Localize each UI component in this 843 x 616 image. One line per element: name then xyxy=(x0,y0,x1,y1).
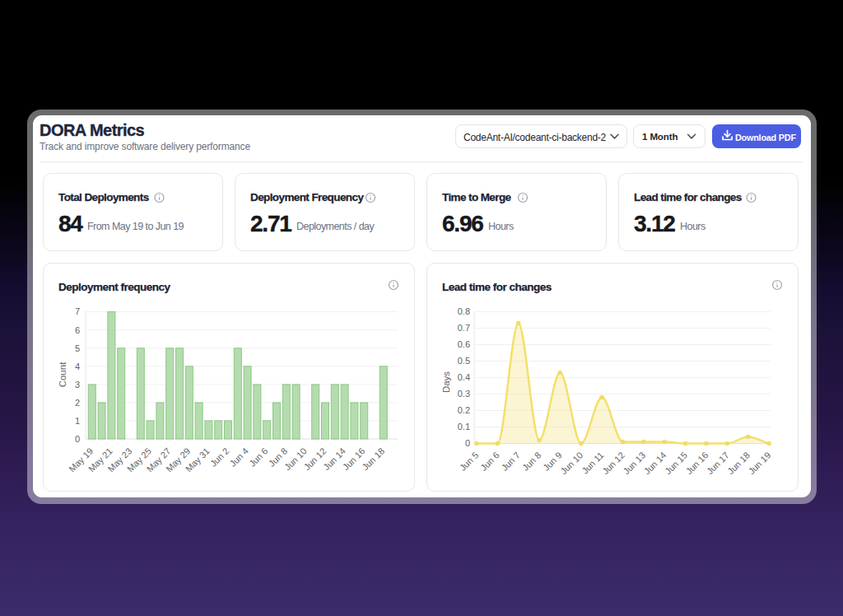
svg-text:2: 2 xyxy=(75,398,80,408)
svg-text:Jun 15: Jun 15 xyxy=(663,450,689,476)
svg-text:0.1: 0.1 xyxy=(458,422,470,432)
svg-text:Jun 14: Jun 14 xyxy=(642,450,668,476)
svg-text:Jun 18: Jun 18 xyxy=(725,450,752,476)
svg-text:4: 4 xyxy=(75,362,80,371)
svg-text:1: 1 xyxy=(75,416,80,426)
svg-text:0: 0 xyxy=(465,438,470,448)
svg-text:Jun 16: Jun 16 xyxy=(684,450,710,476)
svg-text:3: 3 xyxy=(75,380,80,390)
svg-text:Jun 6: Jun 6 xyxy=(247,446,270,469)
svg-text:Jun 6: Jun 6 xyxy=(478,450,501,473)
svg-text:Jun 19: Jun 19 xyxy=(747,450,773,476)
svg-text:Count: Count xyxy=(58,362,68,387)
svg-text:Jun 13: Jun 13 xyxy=(621,450,647,476)
svg-text:5: 5 xyxy=(75,343,80,353)
svg-text:Jun 2: Jun 2 xyxy=(208,446,231,469)
svg-text:0.7: 0.7 xyxy=(458,323,470,333)
svg-text:Days: Days xyxy=(441,371,451,393)
svg-text:Jun 10: Jun 10 xyxy=(558,450,585,476)
svg-text:7: 7 xyxy=(75,306,80,316)
svg-text:Jun 4: Jun 4 xyxy=(227,446,250,469)
svg-text:Jun 17: Jun 17 xyxy=(705,450,731,476)
svg-text:6: 6 xyxy=(75,325,80,335)
svg-text:0.6: 0.6 xyxy=(458,339,470,349)
svg-text:0: 0 xyxy=(75,434,80,444)
svg-text:Jun 12: Jun 12 xyxy=(600,450,626,476)
svg-text:Jun 18: Jun 18 xyxy=(360,446,386,472)
svg-text:0.3: 0.3 xyxy=(458,389,470,399)
svg-text:Jun 7: Jun 7 xyxy=(500,450,523,473)
svg-text:0.2: 0.2 xyxy=(458,405,470,415)
svg-text:0.5: 0.5 xyxy=(458,356,470,366)
svg-text:Jun 8: Jun 8 xyxy=(520,450,543,473)
svg-text:Jun 5: Jun 5 xyxy=(458,450,481,473)
svg-text:0.4: 0.4 xyxy=(458,372,470,382)
svg-text:0.8: 0.8 xyxy=(458,306,470,316)
